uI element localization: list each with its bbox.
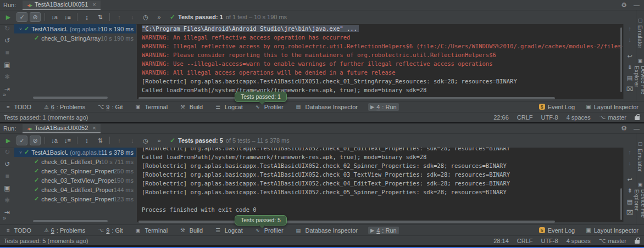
tool-tab-problems[interactable]: ⚠ 6 : Problems [42,227,87,234]
prev-occurrence-icon[interactable]: ↑ [628,149,631,156]
clear-console-icon[interactable]: ⌧ [626,86,634,93]
test-tree-item[interactable]: ✓ check_05_Spinner_Properties 123 ms [14,194,136,204]
line-ending-widget[interactable]: CRLF [517,238,533,244]
caret-position-widget[interactable]: 28:14 [493,238,509,244]
console-output[interactable]: [Robolectric] org.aplas.basicappx.TestA1… [137,148,623,222]
expand-all-button[interactable]: ↨ [81,136,92,145]
tool-tab-git[interactable]: ⌥ 9 : Git [96,103,125,111]
gc-icon[interactable]: ✱ [4,74,10,81]
next-occurrence-button[interactable]: ↓ [127,12,138,22]
tool-tab-run[interactable]: ▶ 4 : Run [368,227,399,234]
chevron-down-icon[interactable]: > [18,26,23,32]
show-passed-toggle[interactable]: ✓ [16,136,27,145]
tool-tab-git[interactable]: ⌥ 9 : Git [96,227,125,234]
tool-tab-database-inspector[interactable]: ▤ Database Inspector [294,103,360,111]
hide-tool-window-icon[interactable]: — [634,2,640,8]
close-tab-icon[interactable]: × [92,125,96,131]
tool-tab-database-inspector[interactable]: ▤ Database Inspector [294,227,360,234]
settings-gear-icon[interactable]: ⚙ [621,1,627,9]
clear-console-icon[interactable]: ⌧ [626,209,634,216]
test-tree-root-row[interactable]: > ✓ TestA1BasicUIX051 (org.aplas.basica … [14,24,136,33]
tool-tab-logcat[interactable]: ☰ Logcat [213,103,245,111]
rerun-tests-button[interactable]: ▶ [3,14,13,21]
previous-occurrence-button[interactable]: ↑ [114,136,125,145]
test-history-button[interactable]: ◷ [140,136,151,145]
tool-tab-todo[interactable]: ≡ TODO [4,103,34,111]
tool-tab-device-file-explorer[interactable]: ▣ Device File Explorer [634,182,644,224]
collapse-all-button[interactable]: ⇅ [95,136,106,145]
test-tree-item[interactable]: ✓ check_04_EditText_Properties 144 ms [14,185,136,194]
rerun-icon[interactable]: ↻ [4,25,10,32]
tool-tab-emulator[interactable]: ▢ Emulator [637,18,643,48]
test-tree-item[interactable]: ✓ check_03_TextView_Properties 150 ms [14,176,136,185]
line-ending-widget[interactable]: CRLF [517,114,533,121]
stop-icon[interactable]: ■ [5,173,9,180]
next-occurrence-icon[interactable]: ↓ [628,36,631,43]
stop-icon[interactable]: ■ [5,49,9,57]
test-tree-item[interactable]: ✓ check_02_Spinner_Properties 250 ms [14,166,136,176]
indent-widget[interactable]: 4 spaces [567,114,591,121]
show-ignored-toggle[interactable]: ⊘ [30,12,41,22]
rerun-tests-button[interactable]: ▶ [3,137,13,144]
tool-tab-device-file-explorer[interactable]: ▣ Device File Explorer [634,58,644,101]
rerun-icon[interactable]: ↻ [4,149,10,156]
tool-tab-emulator[interactable]: ▢ Emulator [637,141,643,172]
show-passed-toggle[interactable]: ✓ [16,12,27,22]
tree-horizontal-scrollbar[interactable] [33,97,108,99]
test-tree-item[interactable]: ✓ check_01_StringArray_Resources 10 s 19… [14,33,136,43]
sort-alphabetically-button[interactable]: ↓a [49,12,60,22]
console-horizontal-scrollbar[interactable] [138,221,555,223]
tool-tab-todo[interactable]: ≡ TODO [4,227,34,234]
tool-tab-build[interactable]: ⚒ Build [178,227,205,234]
soft-wrap-icon[interactable]: ↩ [627,53,632,60]
console-output[interactable]: "C:\Program Files\Android\Android Studio… [137,24,623,99]
chevron-down-icon[interactable]: > [18,150,23,155]
print-icon[interactable]: ▤ [627,75,632,82]
sort-by-duration-button[interactable]: ↓≡ [62,12,73,22]
next-occurrence-icon[interactable]: ↓ [628,160,631,167]
write-access-lock-icon[interactable] [635,240,640,244]
scroll-to-end-icon[interactable]: ⇟ [627,64,632,71]
write-access-lock-icon[interactable] [635,116,640,120]
layout-inspector-button[interactable]: ▣ Layout Inspector [586,104,639,110]
screenshot-icon[interactable]: ▣ [4,185,10,192]
collapse-all-button[interactable]: ⇅ [95,12,106,22]
tool-tab-profiler[interactable]: ∿ Profiler [253,103,286,111]
show-ignored-toggle[interactable]: ⊘ [30,136,41,145]
soft-wrap-icon[interactable]: ↩ [627,176,632,183]
tool-tab-build[interactable]: ⚒ Build [178,103,205,111]
run-config-tab[interactable]: ◀▶ TestA1BasicUIX051 × [23,1,100,10]
scroll-to-end-icon[interactable]: ⇟ [627,187,632,194]
settings-gear-icon[interactable]: ⚙ [621,125,627,132]
hide-strip-chevron-icon[interactable]: » [3,215,5,221]
encoding-widget[interactable]: UTF-8 [541,238,558,244]
hide-tool-window-icon[interactable]: — [634,125,640,132]
git-branch-widget[interactable]: ⌥ master [599,114,626,121]
test-history-button[interactable]: ◷ [140,12,151,22]
next-occurrence-button[interactable]: ↓ [127,136,138,145]
encoding-widget[interactable]: UTF-8 [541,114,558,121]
screenshot-icon[interactable]: ▣ [4,61,10,69]
tool-tab-terminal[interactable]: ▣ Terminal [134,227,170,234]
prev-occurrence-icon[interactable]: ↑ [628,25,631,32]
console-horizontal-scrollbar[interactable] [138,97,555,99]
indent-widget[interactable]: 4 spaces [567,238,591,244]
more-toolbar-button[interactable]: » [153,136,164,145]
run-config-tab[interactable]: ◀▶ TestA1BasicUIX052 × [23,124,100,133]
tool-tab-logcat[interactable]: ☰ Logcat [213,227,245,234]
previous-occurrence-button[interactable]: ↑ [114,12,125,22]
test-tree-item[interactable]: ✓ check_01_EditText_Properties 10 s 711 … [14,157,136,166]
rerun-failed-tests-icon[interactable]: ↺ [4,37,10,44]
tool-tab-run[interactable]: ▶ 4 : Run [368,103,399,111]
sort-by-duration-button[interactable]: ↓≡ [62,136,73,145]
close-tab-icon[interactable]: × [92,1,96,8]
event-log-button[interactable]: 5 Event Log [539,227,575,234]
console-vertical-scrollbar[interactable] [620,27,622,92]
tool-tab-terminal[interactable]: ▣ Terminal [134,103,170,111]
layout-inspector-button[interactable]: ▣ Layout Inspector [586,227,639,234]
git-branch-widget[interactable]: ⌥ master [599,237,626,244]
tool-tab-profiler[interactable]: ∿ Profiler [253,227,286,234]
tree-horizontal-scrollbar[interactable] [33,220,108,222]
gc-icon[interactable]: ✱ [4,197,10,204]
test-tree-root-row[interactable]: > ✓ TestA1BasicUIX052 (org.aplas.basica … [14,148,136,157]
